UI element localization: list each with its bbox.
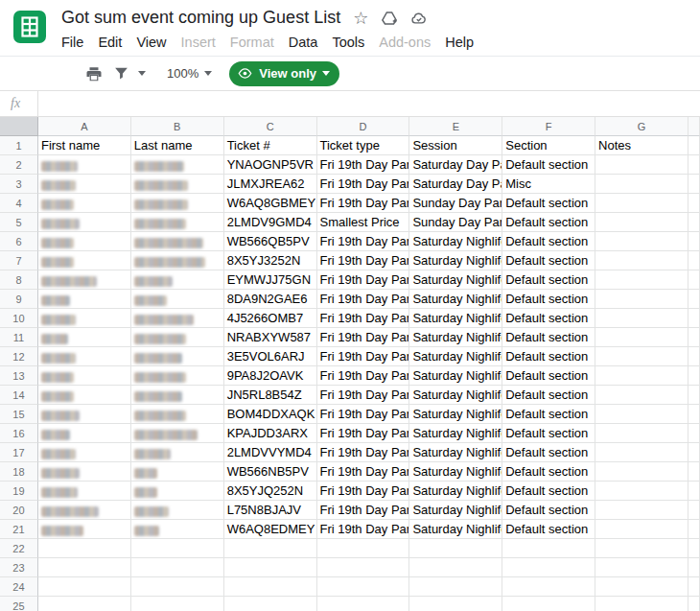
data-cell[interactable] bbox=[317, 539, 410, 558]
column-header-G[interactable]: G bbox=[595, 117, 688, 136]
data-cell[interactable]: Default section bbox=[502, 347, 595, 366]
data-cell[interactable] bbox=[595, 558, 688, 577]
data-cell[interactable]: JLMXJREA62 bbox=[224, 175, 317, 194]
data-cell[interactable] bbox=[317, 558, 410, 577]
data-cell[interactable] bbox=[131, 213, 224, 232]
data-cell[interactable] bbox=[502, 539, 595, 558]
data-cell[interactable]: Default section bbox=[502, 424, 595, 443]
data-cell[interactable]: WB566NB5PV bbox=[224, 462, 317, 482]
data-cell[interactable] bbox=[131, 309, 224, 328]
data-cell[interactable]: BOM4DDXAQK bbox=[224, 405, 317, 424]
data-cell[interactable]: Fri 19th Day Par bbox=[317, 309, 410, 328]
data-cell[interactable]: EYMWJJ75GN bbox=[224, 270, 317, 290]
data-cell[interactable] bbox=[38, 194, 131, 213]
data-cell[interactable] bbox=[595, 251, 688, 270]
data-cell[interactable] bbox=[595, 424, 688, 443]
data-cell[interactable] bbox=[595, 270, 688, 290]
data-cell[interactable] bbox=[688, 424, 700, 443]
data-cell[interactable] bbox=[38, 424, 131, 443]
data-cell[interactable]: Saturday Nighlife bbox=[409, 482, 502, 501]
data-cell[interactable] bbox=[38, 577, 131, 597]
data-cell[interactable]: Sunday Day Par bbox=[409, 194, 502, 213]
data-cell[interactable]: Saturday Nighlife bbox=[409, 309, 502, 328]
data-cell[interactable] bbox=[131, 270, 224, 290]
data-cell[interactable] bbox=[38, 386, 131, 405]
data-cell[interactable]: Default section bbox=[502, 155, 595, 175]
row-number[interactable]: 19 bbox=[0, 482, 38, 501]
data-cell[interactable]: Fri 19th Day Par bbox=[317, 386, 410, 405]
data-cell[interactable]: Fri 19th Day Par bbox=[317, 443, 410, 462]
data-cell[interactable]: Fri 19th Day Par bbox=[317, 482, 410, 501]
data-cell[interactable]: Default section bbox=[502, 501, 595, 520]
data-cell[interactable] bbox=[131, 328, 224, 347]
row-number[interactable]: 13 bbox=[0, 366, 38, 386]
data-cell[interactable]: Saturday Day Pa bbox=[409, 155, 502, 175]
row-number[interactable]: 24 bbox=[0, 577, 38, 597]
data-cell[interactable]: Fri 19th Day Par bbox=[317, 290, 410, 309]
data-cell[interactable]: Smallest Price bbox=[317, 213, 410, 232]
data-cell[interactable]: Default section bbox=[502, 213, 595, 232]
data-cell[interactable]: 8X5YJQ252N bbox=[224, 482, 317, 501]
print-icon[interactable] bbox=[84, 64, 104, 83]
column-header-B[interactable]: B bbox=[131, 117, 224, 136]
row-number[interactable]: 7 bbox=[0, 251, 38, 270]
data-cell[interactable] bbox=[688, 270, 700, 290]
data-cell[interactable] bbox=[502, 577, 595, 597]
formula-input[interactable] bbox=[38, 91, 700, 116]
data-cell[interactable]: Fri 19th Day Par bbox=[317, 155, 410, 175]
data-cell[interactable]: Saturday Nighlife bbox=[409, 347, 502, 366]
data-cell[interactable] bbox=[38, 366, 131, 386]
row-number[interactable]: 25 bbox=[0, 597, 38, 611]
select-all-corner[interactable] bbox=[0, 117, 38, 136]
data-cell[interactable] bbox=[131, 386, 224, 405]
data-cell[interactable] bbox=[38, 520, 131, 539]
zoom-level[interactable]: 100% bbox=[167, 66, 198, 81]
data-cell[interactable] bbox=[38, 270, 131, 290]
data-cell[interactable] bbox=[688, 290, 700, 309]
data-cell[interactable] bbox=[131, 577, 224, 597]
data-cell[interactable] bbox=[409, 558, 502, 577]
data-cell[interactable]: Saturday Day Pa bbox=[409, 175, 502, 194]
data-cell[interactable]: Saturday Nighlife bbox=[409, 462, 502, 482]
data-cell[interactable]: Fri 19th Day Par bbox=[317, 347, 410, 366]
data-cell[interactable] bbox=[224, 539, 317, 558]
data-cell[interactable]: 9PA8J2OAVK bbox=[224, 366, 317, 386]
data-cell[interactable] bbox=[38, 462, 131, 482]
data-cell[interactable] bbox=[688, 309, 700, 328]
data-cell[interactable] bbox=[131, 232, 224, 251]
row-number[interactable]: 9 bbox=[0, 290, 38, 309]
data-cell[interactable] bbox=[688, 347, 700, 366]
data-cell[interactable]: Default section bbox=[502, 251, 595, 270]
column-header-partial[interactable] bbox=[688, 117, 700, 136]
data-cell[interactable]: Saturday Nighlife bbox=[409, 270, 502, 290]
data-cell[interactable] bbox=[688, 232, 700, 251]
data-cell[interactable] bbox=[131, 482, 224, 501]
data-cell[interactable]: Fri 19th Day Par bbox=[317, 366, 410, 386]
data-cell[interactable]: JN5RL8B54Z bbox=[224, 386, 317, 405]
data-cell[interactable]: 4J5266OMB7 bbox=[224, 309, 317, 328]
data-cell[interactable] bbox=[131, 347, 224, 366]
row-number[interactable]: 3 bbox=[0, 175, 38, 194]
data-cell[interactable] bbox=[595, 194, 688, 213]
data-cell[interactable] bbox=[224, 597, 317, 611]
row-number[interactable]: 4 bbox=[0, 194, 38, 213]
header-cell[interactable]: Notes bbox=[595, 136, 688, 155]
data-cell[interactable] bbox=[688, 539, 700, 558]
menu-edit[interactable]: Edit bbox=[98, 35, 122, 50]
column-header-A[interactable]: A bbox=[38, 117, 131, 136]
data-cell[interactable] bbox=[38, 251, 131, 270]
data-cell[interactable] bbox=[38, 597, 131, 611]
data-cell[interactable]: Default section bbox=[502, 386, 595, 405]
data-cell[interactable]: Default section bbox=[502, 328, 595, 347]
data-cell[interactable] bbox=[688, 577, 700, 597]
header-cell[interactable]: First name bbox=[38, 136, 131, 155]
data-cell[interactable] bbox=[38, 155, 131, 175]
data-cell[interactable]: W6AQ8GBMEY bbox=[224, 194, 317, 213]
filter-dropdown-caret[interactable] bbox=[138, 71, 146, 76]
row-number[interactable]: 10 bbox=[0, 309, 38, 328]
column-header-E[interactable]: E bbox=[409, 117, 502, 136]
data-cell[interactable] bbox=[131, 597, 224, 611]
column-header-D[interactable]: D bbox=[317, 117, 410, 136]
row-number[interactable]: 1 bbox=[0, 136, 38, 155]
data-cell[interactable] bbox=[409, 539, 502, 558]
